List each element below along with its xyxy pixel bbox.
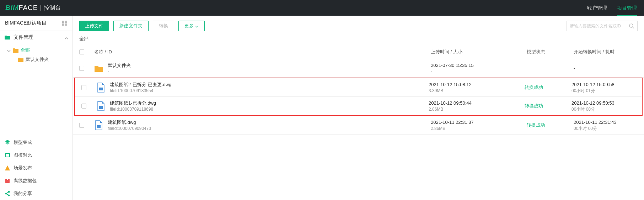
logo-bim: BIM	[5, 4, 19, 12]
dwg-file-icon	[96, 82, 106, 93]
col-name: 名称 / ID	[94, 49, 431, 55]
folder-icon	[94, 63, 103, 74]
status: 转换成功	[527, 122, 545, 128]
logo-separator: |	[40, 4, 41, 11]
row-name: 建筑图纸1-已拆分.dwg	[110, 100, 156, 106]
chevron-up-icon	[65, 36, 68, 39]
search-icon[interactable]	[629, 23, 634, 29]
row-name: 建筑图纸2-已拆分-已变更.dwg	[110, 81, 171, 88]
table-row[interactable]: 默认文件夹 - 2021-07-30 15:35:15 - -	[73, 59, 644, 78]
svg-rect-7	[7, 179, 8, 180]
col-convert: 开始转换时间 / 耗时	[574, 49, 638, 55]
share-icon	[4, 190, 11, 197]
sidebar-item-model-integrate[interactable]: 模型集成	[0, 136, 73, 149]
tree-item-default-folder[interactable]: 默认文件夹	[0, 55, 73, 64]
table-row[interactable]: 建筑图纸2-已拆分-已变更.dwg fileId:10000709183554 …	[75, 78, 642, 97]
header-nav: 账户管理 项目管理	[587, 0, 637, 16]
svg-rect-15	[97, 125, 101, 128]
upload-time: 2021-07-30 15:35:15	[431, 62, 527, 69]
status: 转换成功	[525, 103, 543, 109]
drawing-compare-label: 图模对比	[14, 152, 32, 158]
folder-icon	[4, 34, 11, 41]
row-name: 默认文件夹	[108, 62, 131, 69]
upload-size: 2.86MB	[431, 126, 527, 131]
upload-size: -	[431, 69, 527, 74]
tree-item-all[interactable]: 全部	[0, 46, 73, 55]
convert-dur: 00小时 00分	[574, 126, 638, 131]
model-integrate-label: 模型集成	[14, 139, 32, 146]
svg-rect-13	[99, 88, 103, 90]
highlighted-rows: 建筑图纸2-已拆分-已变更.dwg fileId:10000709183554 …	[74, 78, 643, 116]
row-sub: fileId:10000709090473	[108, 126, 151, 131]
table-row[interactable]: 建筑图纸.dwg fileId:10000709090473 2021-10-1…	[73, 116, 644, 135]
row-name: 建筑图纸.dwg	[108, 119, 151, 126]
logo-subtitle: 控制台	[44, 4, 61, 12]
search-box[interactable]	[567, 21, 638, 31]
sidebar-item-my-share[interactable]: 我的分享	[0, 187, 73, 200]
upload-size: 3.39MB	[429, 88, 525, 94]
row-sub: fileId:10000709118698	[110, 106, 156, 112]
my-share-label: 我的分享	[14, 190, 32, 197]
layers-icon	[4, 139, 11, 146]
file-management-label: 文件管理	[14, 34, 33, 41]
row-checkbox[interactable]	[81, 85, 86, 90]
tree-all-label: 全部	[21, 47, 30, 53]
grid-icon[interactable]	[62, 20, 68, 26]
sidebar-item-drawing-compare[interactable]: 图模对比	[0, 149, 73, 162]
nav-account[interactable]: 账户管理	[587, 0, 607, 16]
convert-dur: 00小时 01分	[571, 88, 635, 94]
table-header: 名称 / ID 上传时间 / 大小 模型状态 开始转换时间 / 耗时	[73, 45, 644, 59]
svg-rect-1	[65, 21, 67, 23]
convert-time: 2021-10-11 22:31:43	[574, 119, 638, 126]
svg-rect-3	[65, 23, 67, 26]
svg-point-11	[629, 24, 633, 27]
convert-time: 2021-10-12 15:09:58	[571, 81, 635, 88]
row-sub: fileId:10000709183554	[110, 88, 171, 94]
logo: BIMFACE | 控制台	[5, 4, 61, 12]
offline-pack-label: 离线数据包	[14, 178, 37, 184]
search-input[interactable]	[570, 23, 627, 28]
caret-down-icon	[195, 23, 199, 29]
tree-default-folder-label: 默认文件夹	[26, 56, 49, 63]
col-upload: 上传时间 / 大小	[431, 49, 527, 55]
toolbar: 上传文件 新建文件夹 转换 更多	[73, 16, 644, 36]
upload-size: 2.86MB	[429, 106, 525, 112]
top-header: BIMFACE | 控制台 账户管理 项目管理	[0, 0, 644, 16]
sidebar-file-management[interactable]: 文件管理	[0, 31, 73, 44]
svg-rect-0	[62, 21, 64, 23]
row-checkbox[interactable]	[79, 66, 84, 71]
convert-dur: 00小时 00分	[571, 106, 635, 112]
publish-icon	[4, 165, 11, 171]
scene-publish-label: 场景发布	[14, 165, 32, 171]
folder-tree: 全部 默认文件夹	[0, 44, 73, 68]
convert-time: 2021-10-12 09:50:53	[571, 100, 635, 106]
compare-icon	[4, 152, 11, 158]
sidebar-item-offline-pack[interactable]: 离线数据包	[0, 174, 73, 187]
sidebar-item-scene-publish[interactable]: 场景发布	[0, 162, 73, 174]
svg-rect-14	[99, 106, 103, 109]
nav-project[interactable]: 项目管理	[617, 0, 637, 16]
convert-button: 转换	[153, 21, 174, 31]
logo-face: FACE	[19, 4, 38, 12]
upload-time: 2021-10-12 09:50:44	[429, 100, 525, 106]
status: 转换成功	[525, 85, 543, 90]
svg-rect-5	[6, 154, 9, 157]
svg-line-12	[633, 27, 634, 28]
new-folder-button[interactable]: 新建文件夹	[113, 21, 149, 31]
convert-time: -	[574, 65, 638, 72]
sidebar: BIMFACE默认项目 文件管理	[0, 16, 73, 200]
row-checkbox[interactable]	[79, 123, 84, 128]
upload-time: 2021-10-11 22:31:37	[431, 119, 527, 126]
upload-button[interactable]: 上传文件	[79, 21, 109, 31]
breadcrumb: 全部	[73, 36, 644, 45]
more-label: 更多	[184, 23, 194, 29]
col-status: 模型状态	[527, 49, 574, 55]
folder-icon	[13, 48, 18, 53]
upload-time: 2021-10-12 15:08:12	[429, 81, 525, 88]
content-area: 上传文件 新建文件夹 转换 更多 全部 名称 / ID 上传时	[73, 16, 644, 200]
row-sub: -	[108, 69, 131, 74]
row-checkbox[interactable]	[81, 104, 86, 109]
table-row[interactable]: 建筑图纸1-已拆分.dwg fileId:10000709118698 2021…	[75, 97, 642, 115]
select-all-checkbox[interactable]	[79, 49, 84, 54]
more-button[interactable]: 更多	[178, 21, 205, 31]
